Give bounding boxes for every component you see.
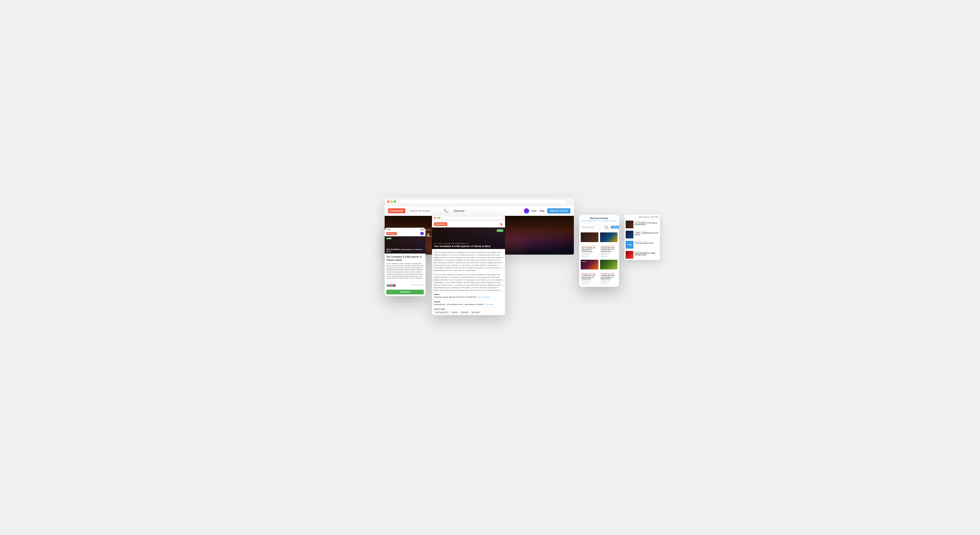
- m2-event-card-2[interactable]: ♡ ♡ MON, MAR 8, 7:00 PM Lesbians Who Tec…: [600, 232, 618, 258]
- m2-event-image-2: [600, 232, 618, 242]
- tablet: Eventbrite 🔖 FREE FRI, OCT 9, 8:00 PM SA…: [432, 215, 505, 315]
- sidebar-event-name-2: 8 TREK + KIDMA/ROUCH at 2015 Folsom...: [635, 232, 659, 236]
- m2-tag-party-2[interactable]: #party: [604, 256, 608, 257]
- mobile-social-section: 5TH FRIENDS FRIENDS ATTENDING: [385, 281, 425, 288]
- sidebar-thumb-1: [626, 220, 633, 228]
- tag-education[interactable]: Education: [460, 311, 469, 314]
- m2-event-info-2: MON, MAR 8, 7:00 PM Lesbians Who Tech (a…: [600, 245, 618, 258]
- heart-icon-2[interactable]: ♡: [596, 243, 598, 244]
- m2-heart-row-3: ♡ ♡: [581, 270, 598, 272]
- m2-event-venue-4: Radio Bean, San Francisco, CA: [601, 280, 617, 283]
- tablet-eb-logo: Eventbrite: [434, 222, 447, 226]
- tablet-eb-header: Eventbrite 🔖: [432, 221, 505, 227]
- heart-icon-5[interactable]: ♡: [594, 270, 595, 271]
- m2-location[interactable]: SAN FRANCISCO, CA, UNITED STATES: [581, 220, 617, 222]
- tablet-where-label: WHERE: [434, 301, 503, 303]
- m2-event-info-3: MON, MAR 8, 7:00 PM Lesbians Who Tech (a…: [581, 272, 598, 285]
- m2-search-input[interactable]: [581, 225, 603, 229]
- m2-tag-tech-3[interactable]: #tech: [582, 283, 584, 284]
- m2-search-button[interactable]: SEARCH: [611, 226, 619, 228]
- sidebar-event-name-1: Two Turntables & A Microphone at 2015 Fo…: [635, 222, 659, 226]
- mobile-event-description: 3 DJs, 2 turntables, a dozen local title…: [387, 263, 424, 279]
- m2-event-card-1[interactable]: ♡ ♡ MON, MAR 8, 7:00 PM Two Turntables &…: [581, 232, 598, 258]
- eventbrite-header: Eventbrite 🔍 Discover Kyle Help CREATE E…: [385, 206, 574, 216]
- tablet-close-dot[interactable]: [434, 217, 436, 219]
- heart-icon-7[interactable]: ♡: [613, 270, 614, 271]
- sidebar-filter-button[interactable]: FILTER: [653, 216, 658, 217]
- heart-icon-8[interactable]: ♡: [615, 270, 617, 271]
- tablet-where-text: Eventbrite HQ - 155 5th Street, Floor 7,…: [434, 303, 484, 305]
- mobile-event-image: FREE SUN, JUL 26, 8:00 PM Two Turntables…: [385, 236, 425, 254]
- sidebar-event-row-1[interactable]: FRI, MAY 5, 3:30 PM Two Turntables & A M…: [624, 219, 660, 230]
- m2-event-image-1: [581, 232, 598, 242]
- m2-event-card-3[interactable]: TACO ♡ ♡ MON, MAR 8, 7:00 PM Lesbians Wh…: [581, 260, 598, 286]
- tablet-address-bar[interactable]: [442, 216, 503, 219]
- mobile-friends-attending-label: FRIENDS ATTENDING: [410, 284, 424, 286]
- sidebar-event-info-1: FRI, MAY 5, 3:30 PM Two Turntables & A M…: [635, 220, 659, 226]
- tablet-content: There are many variations of passages of…: [432, 249, 505, 292]
- m2-event-info-4: MON, MAR 8, 7:00 PM Lesbians Who Tech (a…: [600, 272, 618, 285]
- mobile-register-full-button[interactable]: REGISTER: [387, 290, 424, 294]
- tablet-add-calendar-link[interactable]: Add to Calendar: [478, 296, 490, 298]
- heart-icon-3[interactable]: ♡: [613, 243, 614, 244]
- help-link[interactable]: Help: [539, 209, 545, 212]
- m2-event-tags-3: #tech #party: [582, 283, 598, 284]
- m2-tag-party-3[interactable]: #party: [585, 283, 588, 284]
- tablet-when-label: WHEN: [434, 294, 503, 295]
- sidebar-event-row-3[interactable]: TYPO FRI, MAY 5, 3:30 PM TYPO San Franci…: [624, 240, 660, 250]
- m2-tag-tech-2[interactable]: #tech: [601, 256, 604, 257]
- tablet-when-section: WHEN Thursday, January 15th from 8:00 PM…: [432, 292, 505, 299]
- mobile-friends-label: 5TH FRIENDS: [387, 283, 395, 287]
- mobile-event-title-text: Two Turntables & A Microphone: A Tribute…: [387, 255, 424, 262]
- m2-heart-row-4: ♡ ♡: [600, 270, 618, 272]
- tablet-body-text-1: There are many variations of passages of…: [434, 251, 503, 272]
- sidebar-location-text: San Francisco, CA: [639, 216, 653, 218]
- m2-tag-party-1[interactable]: #party: [585, 256, 588, 257]
- m2-event-date-2: MON, MAR 8, 7:00 PM: [601, 246, 617, 247]
- tablet-minimize-dot[interactable]: [436, 217, 438, 219]
- scene: ⋮ Eventbrite 🔍 Discover Kyle Help CREATE…: [361, 198, 619, 337]
- m2-heart-row-1: ♡ ♡: [581, 242, 598, 245]
- create-event-button[interactable]: CREATE EVENT: [547, 208, 570, 214]
- discover-nav-link[interactable]: Discover: [454, 209, 465, 212]
- sidebar-event-row-2[interactable]: FRI, MAY 5, 3:30 PM 8 TREK + KIDMA/ROUCH…: [624, 230, 660, 240]
- m2-tag-party-4[interactable]: #party: [604, 283, 608, 284]
- maximize-dot[interactable]: [394, 201, 396, 203]
- tablet-when-value: Thursday, January 15th from 8:00 PM to 1…: [434, 296, 503, 298]
- browser-dots: [387, 201, 396, 203]
- tag-sf[interactable]: San Francisco, CA: [434, 311, 450, 314]
- sidebar-event-info-3: FRI, MAY 5, 3:30 PM TYPO San Francisco 2…: [635, 241, 659, 244]
- search-input[interactable]: [410, 209, 442, 212]
- m2-tag-tech-4[interactable]: #tech: [601, 283, 604, 284]
- browser-chrome: ⋮: [385, 198, 574, 206]
- m2-filter-dropdown[interactable]: This month: [603, 225, 610, 229]
- tablet-maximize-dot[interactable]: [438, 217, 440, 219]
- m2-event-date-4: MON, MAR 8, 7:00 PM: [601, 273, 617, 274]
- heart-icon-6[interactable]: ♡: [596, 270, 598, 271]
- sidebar-event-name-4: RYAN HEMSWORTH: TOMMY ROOKIE at 2015...: [635, 252, 659, 256]
- friend-avatar-4: [393, 284, 396, 287]
- m2-event-venue-1: Radio Bean, San Francisco, CA: [582, 253, 598, 256]
- heart-icon-1[interactable]: ♡: [594, 243, 595, 244]
- sidebar-event-row-4[interactable]: FRI, MAY 5, 3:30 PM RYAN HEMSWORTH: TOMM…: [624, 250, 660, 260]
- minimize-dot[interactable]: [390, 201, 393, 203]
- m2-event-image-3: TACO: [581, 260, 598, 270]
- tag-classes[interactable]: Classes: [450, 311, 459, 314]
- search-icon: 🔍: [443, 209, 448, 213]
- eventbrite-logo: Eventbrite: [388, 208, 405, 213]
- bookmark-icon[interactable]: 🔖: [500, 223, 503, 226]
- sidebar-location: FILTER San Francisco, CA: [624, 215, 660, 219]
- signal-bar-3: [423, 229, 423, 230]
- m2-event-venue-2: Radio Bean, San Francisco, CA: [601, 253, 617, 256]
- tablet-view-map-link[interactable]: View Map: [485, 303, 493, 305]
- close-dot[interactable]: [387, 201, 390, 203]
- search-bar[interactable]: 🔍: [408, 208, 450, 214]
- heart-icon-4[interactable]: ♡: [615, 243, 617, 244]
- m2-event-card-4[interactable]: ♡ ♡ MON, MAR 8, 7:00 PM Lesbians Who Tec…: [600, 260, 618, 286]
- m2-event-name-1: Two Turntables & A Microphone: A Tribute…: [582, 247, 598, 252]
- address-bar[interactable]: [399, 199, 566, 204]
- mobile-time: 9:00: [387, 228, 390, 230]
- mobile-eb-logo: Eventbrite: [387, 232, 397, 235]
- tag-next-week[interactable]: Next Week: [470, 311, 480, 314]
- m2-tag-tech-1[interactable]: #tech: [582, 256, 584, 257]
